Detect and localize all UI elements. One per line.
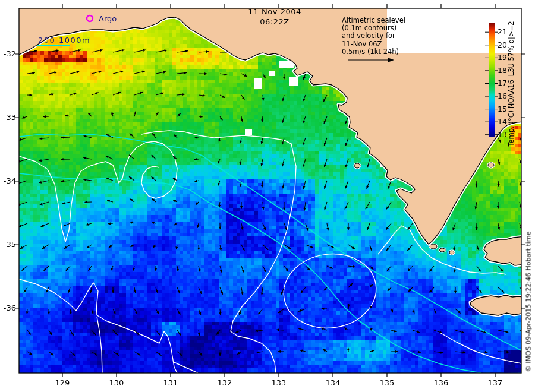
map-canvas	[0, 0, 535, 392]
sst-map-figure: 11-Nov-2004 06:22Z 200 1000m Argo Altime…	[0, 0, 535, 392]
